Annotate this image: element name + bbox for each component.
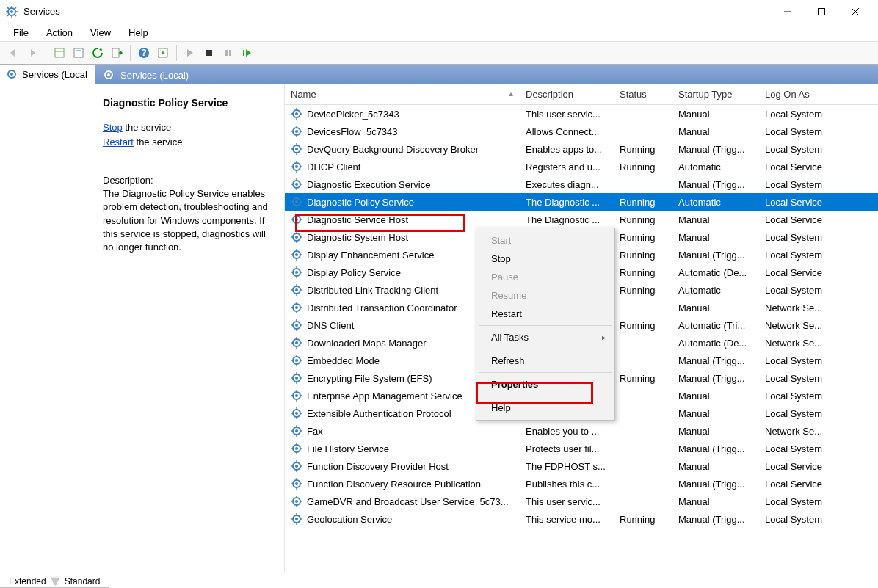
service-row[interactable]: Diagnostic Service HostThe Diagnostic ..… <box>285 211 878 228</box>
properties-toolbtn[interactable] <box>51 44 68 62</box>
service-row[interactable]: DHCP ClientRegisters and u...RunningAuto… <box>285 158 878 175</box>
service-row[interactable]: DevicePicker_5c7343This user servic...Ma… <box>285 105 878 123</box>
service-startup: Automatic <box>672 285 759 296</box>
tree-root-services[interactable]: Services (Local <box>0 65 95 83</box>
service-name: Diagnostic Policy Service <box>307 197 414 208</box>
gear-icon <box>291 266 302 278</box>
svg-point-133 <box>295 412 298 415</box>
service-name: Geolocation Service <box>307 514 392 525</box>
svg-point-29 <box>107 73 110 76</box>
service-status: Running <box>614 250 672 261</box>
svg-line-7 <box>15 15 16 16</box>
service-status: Running <box>614 232 672 243</box>
stop-service-toolbtn[interactable] <box>200 44 218 62</box>
service-logon: Network Se... <box>759 338 840 349</box>
service-status: Running <box>614 373 672 384</box>
service-name: Extensible Authentication Protocol <box>307 408 451 419</box>
service-startup: Manual <box>672 126 759 137</box>
gear-icon <box>291 143 302 155</box>
gear-icon <box>291 196 302 208</box>
service-row[interactable]: Function Discovery Provider HostThe FDPH… <box>285 457 878 475</box>
service-startup: Automatic <box>672 197 759 208</box>
service-logon: Local System <box>759 514 840 525</box>
menu-help[interactable]: Help <box>121 26 156 40</box>
service-startup: Manual <box>672 496 759 507</box>
ctx-help[interactable]: Help <box>478 399 613 417</box>
ctx-start: Start <box>478 231 613 250</box>
col-startup[interactable]: Startup Type <box>672 86 759 103</box>
maximize-button[interactable] <box>805 1 838 23</box>
tab-standard[interactable]: Standard <box>55 576 110 588</box>
svg-rect-14 <box>55 48 64 57</box>
service-row[interactable]: Geolocation ServiceThis service mo...Run… <box>285 510 878 528</box>
service-row[interactable]: File History ServiceProtects user fil...… <box>285 440 878 457</box>
restart-service-link[interactable]: Restart <box>103 137 134 148</box>
forward-button[interactable] <box>23 44 41 62</box>
ctx-properties[interactable]: Properties <box>478 375 613 393</box>
service-row[interactable]: GameDVR and Broadcast User Service_5c73.… <box>285 493 878 510</box>
minimize-button[interactable] <box>771 1 805 23</box>
context-menu: StartStopPauseResumeRestartAll Tasks▸Ref… <box>476 228 615 421</box>
service-name: Fax <box>307 426 323 437</box>
service-startup: Manual (Trigg... <box>672 514 759 525</box>
gear-icon <box>291 108 302 120</box>
svg-point-73 <box>295 236 298 239</box>
help2-toolbtn[interactable] <box>154 44 172 62</box>
col-logon[interactable]: Log On As <box>759 86 840 103</box>
ctx-refresh[interactable]: Refresh <box>478 352 613 370</box>
service-startup: Automatic (De... <box>672 267 759 278</box>
service-row[interactable]: Function Discovery Resource PublicationP… <box>285 475 878 493</box>
service-logon: Local Service <box>759 214 840 225</box>
refresh-toolbtn[interactable] <box>89 44 106 62</box>
svg-rect-23 <box>225 50 228 56</box>
service-logon: Local System <box>759 232 840 243</box>
svg-line-8 <box>7 15 9 16</box>
service-row[interactable]: DevQuery Background Discovery BrokerEnab… <box>285 140 878 158</box>
svg-text:?: ? <box>141 47 147 58</box>
service-row[interactable]: FaxEnables you to ...ManualNetwork Se... <box>285 422 878 440</box>
ctx-stop[interactable]: Stop <box>478 250 613 268</box>
menu-action[interactable]: Action <box>39 26 80 40</box>
close-button[interactable] <box>838 1 872 23</box>
svg-point-55 <box>295 183 298 186</box>
service-row[interactable]: DevicesFlow_5c7343Allows Connect...Manua… <box>285 123 878 140</box>
export-list-toolbtn[interactable] <box>108 44 126 62</box>
service-startup: Manual <box>672 461 759 472</box>
list-header-bar: Services (Local) <box>95 65 878 84</box>
col-description[interactable]: Description <box>520 86 614 103</box>
service-row[interactable]: Diagnostic Policy ServiceThe Diagnostic … <box>285 193 878 211</box>
menu-view[interactable]: View <box>83 26 118 40</box>
bottom-tab-strip: ◂ ▸ Extended Standard <box>0 573 878 588</box>
svg-point-79 <box>295 253 298 256</box>
service-desc: This service mo... <box>520 514 614 525</box>
service-name: Distributed Transaction Coordinator <box>307 302 457 313</box>
svg-point-121 <box>295 377 298 380</box>
back-button[interactable] <box>4 44 22 62</box>
pause-service-toolbtn[interactable] <box>220 44 237 62</box>
help-toolbtn[interactable]: ? <box>135 44 153 62</box>
ctx-restart[interactable]: Restart <box>478 305 613 323</box>
gear-icon <box>291 302 302 313</box>
stop-service-link[interactable]: Stop <box>103 122 123 133</box>
start-service-toolbtn[interactable] <box>181 44 199 62</box>
col-name[interactable]: Name <box>285 86 520 103</box>
col-status[interactable]: Status <box>614 86 672 103</box>
svg-point-169 <box>295 518 298 520</box>
service-logon: Network Se... <box>759 302 840 313</box>
gear-icon <box>291 425 302 437</box>
service-desc: The FDPHOST s... <box>520 461 614 472</box>
service-logon: Local Service <box>759 267 840 278</box>
restart-service-toolbtn[interactable] <box>239 44 256 62</box>
app-icon <box>6 6 18 18</box>
service-name: Display Policy Service <box>307 267 401 278</box>
service-row[interactable]: Diagnostic Execution ServiceExecutes dia… <box>285 175 878 193</box>
export-toolbtn[interactable] <box>70 44 87 62</box>
tab-extended[interactable]: Extended <box>0 576 56 588</box>
service-logon: Network Se... <box>759 426 840 437</box>
menu-file[interactable]: File <box>6 26 36 40</box>
ctx-all-tasks[interactable]: All Tasks▸ <box>478 328 613 346</box>
svg-point-157 <box>295 482 298 485</box>
ctx-resume: Resume <box>478 286 613 305</box>
service-startup: Automatic (De... <box>672 338 759 349</box>
svg-point-27 <box>10 73 13 76</box>
